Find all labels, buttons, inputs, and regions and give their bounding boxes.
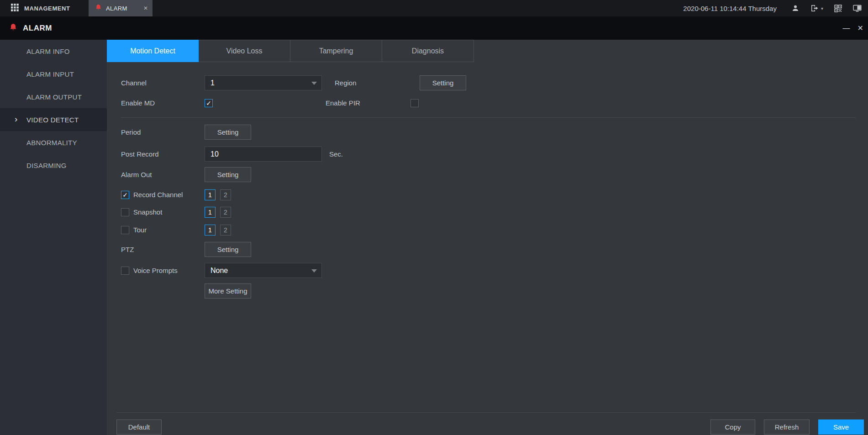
- chevron-down-icon: [311, 82, 317, 85]
- region-label: Region: [335, 79, 420, 87]
- voice-prompts-value: None: [210, 267, 228, 275]
- qr-code-icon[interactable]: [834, 5, 842, 12]
- sidebar-item-video-detect[interactable]: › VIDEO DETECT: [0, 108, 107, 131]
- alarm-out-row: Alarm Out Setting: [121, 167, 251, 182]
- display-switch-icon[interactable]: [853, 5, 862, 12]
- tab-label: Video Loss: [226, 47, 263, 55]
- button-label: Setting: [432, 79, 454, 87]
- detect-tabs: Motion Detect Video Loss Tampering Diagn…: [107, 40, 474, 62]
- enable-pir-label: Enable PIR: [326, 99, 410, 107]
- sidebar-item-label: VIDEO DETECT: [26, 116, 79, 124]
- enable-row: Enable MD ✓ Enable PIR ✓: [121, 95, 419, 110]
- channel-select[interactable]: 1: [205, 75, 322, 90]
- window-title-bar: ALARM — ✕: [0, 16, 868, 40]
- sidebar-item-label: ABNORMALITY: [26, 139, 77, 147]
- alarm-bell-icon: [9, 23, 17, 33]
- post-record-row: Post Record Sec.: [121, 147, 343, 162]
- management-label: MANAGEMENT: [24, 5, 70, 12]
- tab-label: Diagnosis: [412, 47, 444, 55]
- logout-icon[interactable]: ▾: [810, 5, 823, 12]
- ptz-row: PTZ Setting: [121, 242, 251, 257]
- ptz-label: PTZ: [121, 246, 205, 253]
- alarm-out-setting-button[interactable]: Setting: [205, 167, 251, 182]
- copy-button[interactable]: Copy: [710, 419, 755, 435]
- snapshot-checkbox[interactable]: ✓: [121, 208, 129, 216]
- channel-select-value: 1: [210, 79, 215, 87]
- voice-prompts-checkbox[interactable]: ✓: [121, 267, 129, 275]
- active-item-arrow-icon: ›: [15, 114, 18, 124]
- top-bar-right: 2020-06-11 10:14:44 Thursday ▾: [683, 0, 862, 16]
- post-record-unit: Sec.: [329, 150, 343, 158]
- refresh-button[interactable]: Refresh: [764, 419, 810, 435]
- sidebar-item-label: DISARMING: [26, 162, 67, 169]
- tour-2-button[interactable]: 2: [220, 225, 231, 236]
- button-label: Setting: [217, 128, 239, 136]
- alarm-window-tab[interactable]: ALARM ✕: [89, 0, 153, 16]
- button-label: More Setting: [208, 287, 247, 295]
- button-label: Setting: [217, 171, 239, 178]
- enable-pir-checkbox[interactable]: ✓: [410, 99, 419, 107]
- record-channel-label: Record Channel: [133, 191, 183, 199]
- ptz-setting-button[interactable]: Setting: [205, 242, 251, 257]
- voice-prompts-select[interactable]: None: [205, 263, 322, 278]
- tour-label: Tour: [133, 226, 147, 234]
- enable-md-checkbox[interactable]: ✓: [205, 99, 213, 107]
- voice-prompts-row: ✓ Voice Prompts None: [121, 263, 322, 278]
- enable-md-label: Enable MD: [121, 99, 205, 107]
- button-label: Default: [128, 423, 150, 431]
- snapshot-1-button[interactable]: 1: [205, 207, 216, 218]
- window-controls: — ✕: [843, 16, 863, 40]
- default-button[interactable]: Default: [116, 419, 162, 435]
- sidebar-item-alarm-input[interactable]: ALARM INPUT: [0, 63, 107, 85]
- region-setting-button[interactable]: Setting: [420, 75, 466, 90]
- management-menu[interactable]: MANAGEMENT: [11, 0, 70, 16]
- chevron-down-icon: [311, 269, 317, 273]
- period-setting-button[interactable]: Setting: [205, 125, 251, 140]
- tab-close-icon[interactable]: ✕: [143, 5, 148, 11]
- button-label: Copy: [725, 423, 741, 431]
- more-setting-button[interactable]: More Setting: [205, 283, 251, 299]
- window-title: ALARM: [23, 24, 52, 33]
- tab-tampering[interactable]: Tampering: [290, 40, 382, 62]
- button-label: Refresh: [775, 423, 799, 431]
- tour-1-button[interactable]: 1: [205, 225, 216, 236]
- tab-video-loss[interactable]: Video Loss: [199, 40, 290, 62]
- divider: [121, 117, 856, 118]
- button-label: Setting: [217, 246, 239, 253]
- tour-row: ✓ Tour 1 2: [121, 222, 236, 237]
- sidebar-item-alarm-info[interactable]: ALARM INFO: [0, 40, 107, 63]
- save-button[interactable]: Save: [818, 419, 864, 435]
- alarm-bell-icon: [95, 4, 102, 13]
- user-account-icon[interactable]: [791, 4, 800, 12]
- record-channel-1-button[interactable]: 1: [205, 189, 216, 200]
- sidebar-item-label: ALARM INPUT: [26, 70, 74, 78]
- tab-diagnosis[interactable]: Diagnosis: [382, 40, 474, 62]
- check-icon: ✓: [206, 100, 211, 106]
- sidebar-item-label: ALARM OUTPUT: [26, 93, 82, 101]
- grid-menu-icon: [11, 4, 19, 13]
- snapshot-row: ✓ Snapshot 1 2: [121, 204, 236, 220]
- more-setting-row: More Setting: [121, 283, 251, 299]
- alarm-out-label: Alarm Out: [121, 171, 205, 178]
- channel-region-row: Channel 1 Region Setting: [121, 75, 466, 90]
- voice-prompts-label: Voice Prompts: [133, 267, 178, 274]
- alarm-tab-label: ALARM: [106, 5, 127, 12]
- record-channel-checkbox[interactable]: ✓: [121, 191, 129, 199]
- sidebar-item-abnormality[interactable]: ABNORMALITY: [0, 131, 107, 154]
- tour-checkbox[interactable]: ✓: [121, 226, 129, 234]
- sidebar-item-disarming[interactable]: DISARMING: [0, 154, 107, 177]
- snapshot-2-button[interactable]: 2: [220, 207, 231, 218]
- record-channel-2-button[interactable]: 2: [220, 189, 231, 200]
- sidebar: ALARM INFO ALARM INPUT ALARM OUTPUT › VI…: [0, 40, 107, 435]
- tab-motion-detect[interactable]: Motion Detect: [107, 40, 199, 62]
- sidebar-item-alarm-output[interactable]: ALARM OUTPUT: [0, 85, 107, 108]
- post-record-input[interactable]: [205, 147, 322, 162]
- post-record-label: Post Record: [121, 150, 205, 158]
- main-content: Motion Detect Video Loss Tampering Diagn…: [107, 40, 868, 435]
- tab-label: Motion Detect: [130, 47, 175, 55]
- close-icon[interactable]: ✕: [857, 25, 863, 32]
- minimize-icon[interactable]: —: [843, 25, 850, 32]
- period-label: Period: [121, 128, 205, 136]
- button-label: Save: [833, 423, 849, 431]
- check-icon: ✓: [122, 192, 128, 198]
